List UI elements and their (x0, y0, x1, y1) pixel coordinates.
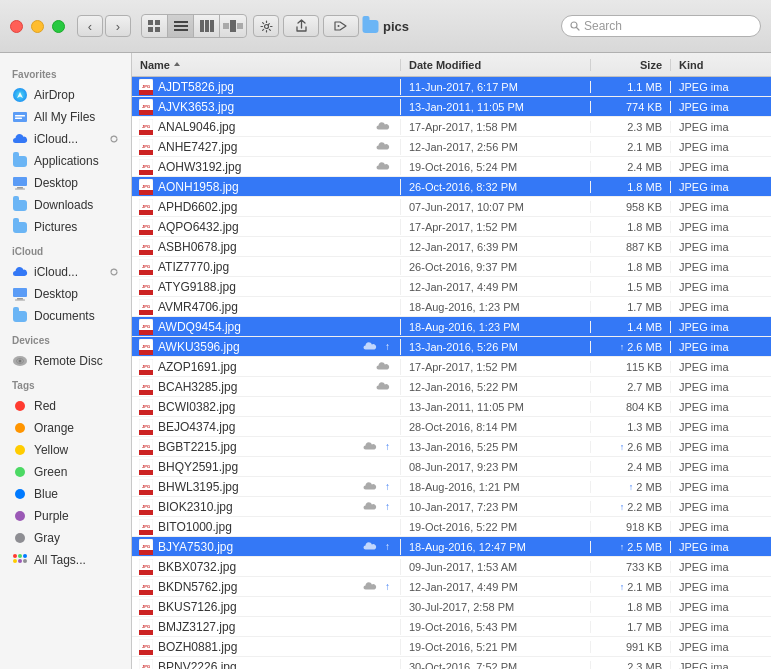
back-button[interactable]: ‹ (77, 15, 103, 37)
sidebar-item-desktop2[interactable]: Desktop (0, 283, 131, 305)
sidebar-item-tag-gray[interactable]: Gray (0, 527, 131, 549)
table-row[interactable]: JPG BJYA7530.jpg↑18-Aug-2016, 12:47 PM↑2… (132, 537, 771, 557)
sidebar-item-tag-blue[interactable]: Blue (0, 483, 131, 505)
file-date: 26-Oct-2016, 9:37 PM (401, 261, 591, 273)
table-row[interactable]: JPG BIOK2310.jpg↑10-Jan-2017, 7:23 PM↑2.… (132, 497, 771, 517)
table-row[interactable]: JPG AOHW3192.jpg19-Oct-2016, 5:24 PM2.4 … (132, 157, 771, 177)
sidebar-item-tag-yellow[interactable]: Yellow (0, 439, 131, 461)
table-row[interactable]: JPG ANAL9046.jpg17-Apr-2017, 1:58 PM2.3 … (132, 117, 771, 137)
file-list[interactable]: JPG AJDT5826.jpg11-Jun-2017, 6:17 PM1.1 … (132, 77, 771, 669)
svg-point-14 (338, 25, 340, 27)
svg-rect-0 (148, 20, 153, 25)
sidebar-item-icloud[interactable]: iCloud... (0, 128, 131, 150)
table-row[interactable]: JPG BKBX0732.jpg09-Jun-2017, 1:53 AM733 … (132, 557, 771, 577)
upload-badge-icon: ↑ (385, 501, 390, 512)
sidebar-item-tag-green[interactable]: Green (0, 461, 131, 483)
file-thumb-icon: JPG (138, 539, 154, 555)
file-name-cell: JPG AWDQ9454.jpg (132, 319, 401, 335)
table-row[interactable]: JPG AONH1958.jpg26-Oct-2016, 8:32 PM1.8 … (132, 177, 771, 197)
title-text: pics (383, 19, 409, 34)
sidebar-item-downloads[interactable]: Downloads (0, 194, 131, 216)
table-row[interactable]: JPG AJVK3653.jpg13-Jan-2011, 11:05 PM774… (132, 97, 771, 117)
maximize-button[interactable] (52, 20, 65, 33)
table-row[interactable]: JPG ANHE7427.jpg12-Jan-2017, 2:56 PM2.1 … (132, 137, 771, 157)
file-name-text: AQPO6432.jpg (158, 220, 239, 234)
table-row[interactable]: JPG AQPO6432.jpg17-Apr-2017, 1:52 PM1.8 … (132, 217, 771, 237)
file-kind: JPEG ima (671, 161, 771, 173)
gear-button[interactable] (253, 15, 279, 37)
sidebar-item-documents[interactable]: Documents (0, 305, 131, 327)
cover-view-button[interactable] (220, 15, 246, 37)
file-name-cell: JPG BHWL3195.jpg↑ (132, 479, 401, 495)
file-size: 774 KB (591, 101, 671, 113)
svg-rect-73 (139, 330, 153, 335)
table-row[interactable]: JPG AWKU3596.jpg↑13-Jan-2016, 5:26 PM↑2.… (132, 337, 771, 357)
table-row[interactable]: JPG BMJZ3127.jpg19-Oct-2016, 5:43 PM1.7 … (132, 617, 771, 637)
sidebar-item-pictures[interactable]: Pictures (0, 216, 131, 238)
svg-text:JPG: JPG (142, 384, 150, 389)
svg-rect-82 (139, 390, 153, 395)
table-row[interactable]: JPG APHD6602.jpg07-Jun-2017, 10:07 PM958… (132, 197, 771, 217)
table-row[interactable]: JPG BCAH3285.jpg12-Jan-2016, 5:22 PM2.7 … (132, 377, 771, 397)
column-view-button[interactable] (194, 15, 220, 37)
col-header-name[interactable]: Name (132, 59, 401, 71)
close-button[interactable] (10, 20, 23, 33)
table-row[interactable]: JPG BHQY2591.jpg08-Jun-2017, 9:23 PM2.4 … (132, 457, 771, 477)
table-row[interactable]: JPG BEJO4374.jpg28-Oct-2016, 8:14 PM1.3 … (132, 417, 771, 437)
file-date: 12-Jan-2017, 4:49 PM (401, 281, 591, 293)
file-size: ↑2.2 MB (591, 501, 671, 513)
table-row[interactable]: JPG BITO1000.jpg19-Oct-2016, 5:22 PM918 … (132, 517, 771, 537)
table-row[interactable]: JPG BPNV2226.jpg30-Oct-2016, 7:52 PM2.3 … (132, 657, 771, 669)
minimize-button[interactable] (31, 20, 44, 33)
table-row[interactable]: JPG ATIZ7770.jpg26-Oct-2016, 9:37 PM1.8 … (132, 257, 771, 277)
file-thumb-icon: JPG (138, 79, 154, 95)
table-row[interactable]: JPG BOZH0881.jpg19-Oct-2016, 5:21 PM991 … (132, 637, 771, 657)
table-row[interactable]: JPG ASBH0678.jpg12-Jan-2017, 6:39 PM887 … (132, 237, 771, 257)
file-name-text: AONH1958.jpg (158, 180, 239, 194)
tag-button[interactable] (323, 15, 359, 37)
file-kind: JPEG ima (671, 621, 771, 633)
svg-rect-118 (139, 630, 153, 635)
share-button[interactable] (283, 15, 319, 37)
table-row[interactable]: JPG AZOP1691.jpg17-Apr-2017, 1:52 PM115 … (132, 357, 771, 377)
sidebar-item-all-tags[interactable]: All Tags... (0, 549, 131, 571)
sidebar-item-applications[interactable]: Applications (0, 150, 131, 172)
sidebar-item-airdrop[interactable]: AirDrop (0, 84, 131, 106)
col-header-kind[interactable]: Kind (671, 59, 771, 71)
file-size: 115 KB (591, 361, 671, 373)
icon-view-button[interactable] (142, 15, 168, 37)
sidebar-item-all-my-files[interactable]: All My Files (0, 106, 131, 128)
sidebar-item-desktop[interactable]: Desktop (0, 172, 131, 194)
table-row[interactable]: JPG BHWL3195.jpg↑18-Aug-2016, 1:21 PM↑2 … (132, 477, 771, 497)
file-kind: JPEG ima (671, 81, 771, 93)
svg-rect-10 (223, 23, 229, 29)
sidebar-item-icloud2[interactable]: iCloud... (0, 261, 131, 283)
table-row[interactable]: JPG AVMR4706.jpg18-Aug-2016, 1:23 PM1.7 … (132, 297, 771, 317)
svg-point-31 (18, 554, 22, 558)
table-row[interactable]: JPG AJDT5826.jpg11-Jun-2017, 6:17 PM1.1 … (132, 77, 771, 97)
sidebar-item-tag-orange[interactable]: Orange (0, 417, 131, 439)
table-row[interactable]: JPG BKUS7126.jpg30-Jul-2017, 2:58 PM1.8 … (132, 597, 771, 617)
file-date: 13-Jan-2011, 11:05 PM (401, 401, 591, 413)
list-view-button[interactable] (168, 15, 194, 37)
table-row[interactable]: JPG BCWI0382.jpg13-Jan-2011, 11:05 PM804… (132, 397, 771, 417)
file-date: 30-Jul-2017, 2:58 PM (401, 601, 591, 613)
sidebar-item-tag-purple[interactable]: Purple (0, 505, 131, 527)
sidebar-item-tag-red[interactable]: Red (0, 395, 131, 417)
table-row[interactable]: JPG BKDN5762.jpg↑12-Jan-2017, 4:49 PM↑2.… (132, 577, 771, 597)
sidebar-item-remote-disc[interactable]: Remote Disc (0, 350, 131, 372)
upload-arrow-icon: ↑ (620, 582, 625, 592)
col-header-size[interactable]: Size (591, 59, 671, 71)
table-row[interactable]: JPG ATYG9188.jpg12-Jan-2017, 4:49 PM1.5 … (132, 277, 771, 297)
file-name-text: ASBH0678.jpg (158, 240, 237, 254)
forward-button[interactable]: › (105, 15, 131, 37)
file-kind: JPEG ima (671, 461, 771, 473)
file-thumb-icon: JPG (138, 579, 154, 595)
svg-rect-12 (237, 23, 243, 29)
col-header-date[interactable]: Date Modified (401, 59, 591, 71)
table-row[interactable]: JPG AWDQ9454.jpg18-Aug-2016, 1:23 PM1.4 … (132, 317, 771, 337)
tag-red-icon (12, 398, 28, 414)
svg-text:JPG: JPG (142, 184, 150, 189)
table-row[interactable]: JPG BGBT2215.jpg↑13-Jan-2016, 5:25 PM↑2.… (132, 437, 771, 457)
search-bar[interactable]: Search (561, 15, 761, 37)
